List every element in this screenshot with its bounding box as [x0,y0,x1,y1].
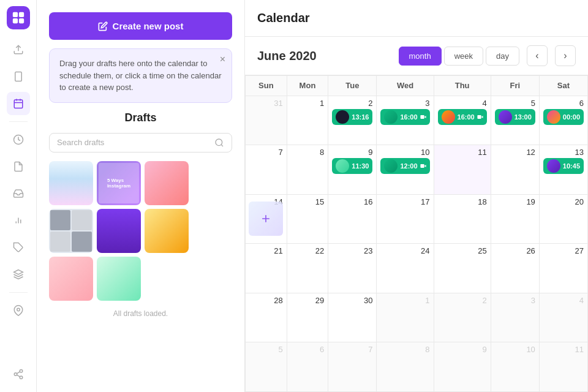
sidebar-item-clock[interactable] [7,128,30,151]
calendar-cell[interactable]: 25 [434,244,491,293]
calendar-cell[interactable]: 15 [287,195,329,244]
tooltip-close-button[interactable]: × [220,54,225,65]
calendar-cell[interactable]: 8 [287,145,329,195]
sidebar-item-share[interactable] [7,363,30,386]
search-input[interactable] [57,138,211,147]
calendar-cell[interactable]: 26 [491,244,540,293]
calendar-cell[interactable]: 8 [377,342,434,392]
cell-date: 2 [438,296,487,305]
prev-month-button[interactable]: ‹ [527,45,548,66]
event-time: 16:00 [400,113,417,121]
svg-marker-13 [13,270,23,275]
calendar-cell[interactable]: 11 [434,145,491,195]
calendar-cell[interactable]: 29 [287,293,329,343]
svg-rect-0 [12,12,17,17]
event-thumb [384,159,398,173]
calendar-cell[interactable]: 19 [491,195,540,244]
cell-date: 30 [332,296,372,305]
calendar-cell[interactable]: 28 [246,293,287,343]
calendar-cell[interactable]: 14 [246,195,287,244]
calendar-cell[interactable]: 2 13:16 [328,96,377,146]
calendar-cell[interactable]: 1 [287,96,329,146]
cell-date: 1 [380,296,429,305]
draft-item[interactable] [97,257,141,301]
sidebar-divider-1 [9,121,28,122]
view-week-button[interactable]: week [444,47,483,66]
calendar-cell[interactable]: 4 16:00 [434,96,491,146]
calendar-cell[interactable]: 30 [328,293,377,343]
calendar-cell[interactable]: 4 [540,293,588,343]
calendar-cell[interactable]: 17 [377,195,434,244]
sidebar-item-calendar[interactable] [7,92,30,115]
draft-item[interactable] [97,209,141,253]
draft-item[interactable] [49,161,93,205]
calendar-cell[interactable]: 10 [491,342,540,392]
calendar-cell[interactable]: 10 12:00 [377,145,434,195]
calendar-cell[interactable]: 27 [540,244,588,293]
calendar-event[interactable]: 10:45 [543,158,584,174]
calendar-event[interactable]: 16:00 [380,109,429,125]
sidebar-item-analytics[interactable] [7,209,30,232]
calendar-cell[interactable]: 11 [540,342,588,392]
calendar-cell[interactable]: 12 [491,145,540,195]
calendar-cell[interactable]: 2 [434,293,491,343]
calendar-cell[interactable]: 7 [246,145,287,195]
sidebar-item-mobile[interactable] [7,65,30,88]
cell-date: 7 [332,345,372,354]
cell-date: 28 [249,296,283,305]
sidebar-item-upload[interactable] [7,38,30,61]
calendar-cell[interactable]: 23 [328,244,377,293]
create-post-button[interactable]: Create new post [49,12,232,40]
calendar-cell[interactable]: 20 [540,195,588,244]
sidebar-divider-2 [9,292,28,293]
calendar-cell[interactable]: 5 [246,342,287,392]
sidebar-item-inbox[interactable] [7,182,30,205]
calendar-event[interactable]: 13:00 [495,109,535,125]
calendar-event[interactable]: 12:00 [380,158,429,174]
calendar-cell[interactable]: 6 [287,342,329,392]
calendar-cell[interactable]: 21 [246,244,287,293]
calendar-cell[interactable]: 9 [434,342,491,392]
cell-date: 29 [291,296,325,305]
day-header-fri: Fri [491,76,540,96]
next-month-button[interactable]: › [555,45,576,66]
calendar-cell[interactable]: 3 16:00 [377,96,434,146]
draft-item[interactable]: 5 WaysInstagram [97,161,141,205]
draft-item[interactable] [49,209,93,253]
cell-date: 19 [495,197,535,206]
calendar-cell[interactable]: 5 13:00 [491,96,540,146]
event-thumb [547,159,560,173]
calendar-cell[interactable]: 9 11:30 [328,145,377,195]
cell-date: 22 [291,246,325,255]
event-thumb [499,110,512,124]
calendar-event[interactable]: 00:00 [543,109,584,125]
calendar-cell[interactable]: 22 [287,244,329,293]
calendar-cell[interactable]: 7 [328,342,377,392]
sidebar-item-pin[interactable] [7,299,30,322]
calendar-cell[interactable]: 31 [246,96,287,146]
pencil-icon [98,21,108,31]
draft-item[interactable] [49,257,93,301]
calendar-cell[interactable]: 13 10:45 [540,145,588,195]
view-day-button[interactable]: day [486,47,519,66]
app-logo[interactable] [7,6,30,29]
calendar-cell[interactable]: 6 00:00 [540,96,588,146]
draft-item[interactable] [145,161,189,205]
draft-item[interactable] [145,209,189,253]
sidebar-item-layers[interactable] [7,263,30,286]
view-month-button[interactable]: month [399,47,442,66]
calendar-event[interactable]: 16:00 [438,109,487,125]
sidebar-item-draft[interactable] [7,155,30,178]
sidebar-item-tags[interactable] [7,236,30,259]
calendar-cell[interactable]: 16 [328,195,377,244]
cell-date: 16 [332,197,372,206]
cell-date: 31 [249,99,283,108]
calendar-cell[interactable]: 24 [377,244,434,293]
calendar-cell[interactable]: 3 [491,293,540,343]
calendar-cell[interactable]: 18 [434,195,491,244]
calendar-event[interactable]: 11:30 [332,158,372,174]
svg-marker-26 [424,165,426,167]
cell-date: 4 [438,99,487,108]
calendar-event[interactable]: 13:16 [332,109,372,125]
calendar-cell[interactable]: 1 [377,293,434,343]
